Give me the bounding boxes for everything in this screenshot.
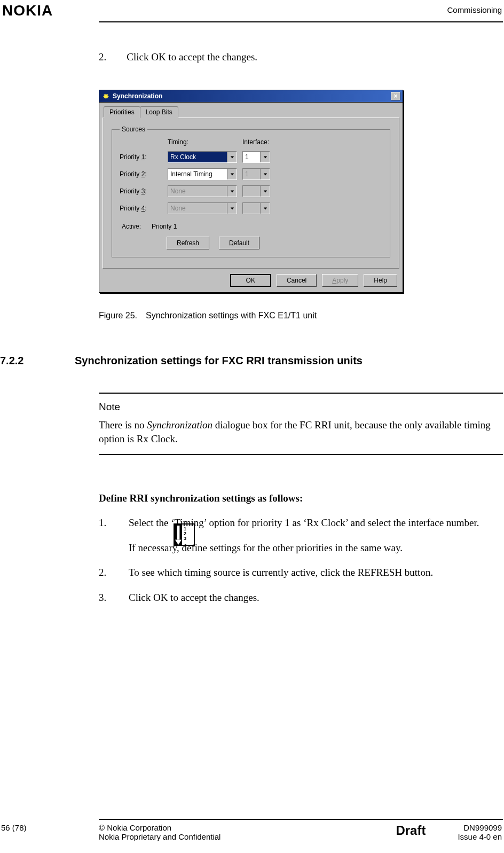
step-number: 2. (99, 51, 106, 63)
draft-watermark: Draft (380, 823, 458, 838)
priority-3-timing-combo: None (168, 185, 237, 197)
priority-2-interface-combo: 1 (242, 168, 270, 180)
task-title: Define RRI synchronization settings as f… (99, 492, 503, 504)
nokia-logo: NOKIA (2, 2, 53, 19)
chevron-down-icon (260, 152, 270, 162)
dialog-titlebar: ✸ Synchronization × (99, 90, 403, 103)
footer-rule (99, 819, 503, 820)
dialog-icon: ✸ (101, 92, 110, 100)
priority-2-timing-combo[interactable]: Internal Timing (168, 168, 237, 180)
svg-marker-9 (175, 540, 182, 545)
chevron-down-icon (260, 203, 270, 214)
chevron-down-icon (227, 203, 237, 214)
priority-4-timing-combo: None (168, 202, 237, 214)
priority-4-label: Priority 4: (120, 205, 162, 212)
priority-1-label: Priority 1: (120, 153, 162, 161)
page-number: 56 (78) (0, 823, 99, 832)
synchronization-dialog: ✸ Synchronization × Priorities Loop Bits… (99, 90, 403, 293)
chevron-down-icon (260, 186, 270, 197)
cancel-button[interactable]: Cancel (277, 274, 317, 287)
active-label: Active: (122, 223, 141, 230)
sources-group: Sources Timing: Interface: Priority 1: R… (112, 126, 390, 257)
page-section-label: Commissioning (447, 2, 502, 14)
refresh-button[interactable]: Refresh (167, 237, 209, 249)
help-button[interactable]: Help (364, 274, 397, 287)
tab-priorities[interactable]: Priorities (104, 106, 140, 118)
priority-4-interface-combo (242, 202, 270, 214)
svg-rect-8 (177, 526, 180, 539)
copyright-line: © Nokia Corporation (99, 823, 380, 832)
close-icon[interactable]: × (391, 92, 400, 100)
step-2-prior: 2. Click OK to accept the changes. (99, 51, 503, 63)
section-title: Synchronization settings for FXC RRI tra… (75, 355, 363, 367)
note-text: There is no Synchronization dialogue box… (99, 418, 503, 445)
chevron-down-icon (260, 169, 270, 179)
svg-marker-4 (230, 190, 233, 192)
sources-legend: Sources (120, 126, 147, 133)
priority-1-timing-combo[interactable]: Rx Clock (168, 151, 237, 163)
col-timing: Timing: (168, 138, 237, 146)
default-button[interactable]: Default (219, 237, 259, 249)
priority-1-interface-combo[interactable]: 1 (242, 151, 270, 163)
priority-3-interface-combo (242, 185, 270, 197)
figure-caption: Figure 25. Synchronization settings with… (99, 311, 503, 320)
task-step-1: 1. Select the ‘Timing’ option for priori… (99, 516, 503, 530)
note-heading: Note (99, 401, 503, 413)
task-step-2: 2. To see which timing source is current… (99, 566, 503, 580)
chevron-down-icon (227, 186, 237, 197)
section-number: 7.2.2 (0, 355, 75, 367)
tab-loop-bits[interactable]: Loop Bits (140, 106, 178, 118)
svg-marker-3 (263, 173, 266, 175)
ok-button[interactable]: OK (230, 274, 271, 287)
issue-line: Issue 4-0 en (458, 832, 502, 841)
svg-marker-6 (230, 207, 233, 209)
svg-marker-5 (263, 190, 266, 192)
step-text: Click OK to accept the changes. (127, 51, 257, 63)
priority-3-label: Priority 3: (120, 187, 162, 195)
svg-marker-2 (230, 173, 233, 175)
proprietary-line: Nokia Proprietary and Confidential (99, 832, 380, 841)
dialog-title: Synchronization (113, 92, 162, 100)
col-interface: Interface: (242, 138, 280, 146)
task-step-3: 3. Click OK to accept the changes. (99, 591, 503, 605)
active-value: Priority 1 (152, 223, 177, 230)
svg-marker-0 (230, 156, 233, 158)
note-block: Note There is no Synchronization dialogu… (99, 393, 503, 455)
doc-number: DN999099 (458, 823, 502, 832)
svg-marker-1 (263, 156, 266, 158)
priority-2-label: Priority 2: (120, 170, 162, 178)
apply-button: Apply (322, 274, 358, 287)
chevron-down-icon (227, 169, 237, 179)
numbered-steps-icon: 123 (174, 523, 195, 546)
chevron-down-icon (227, 152, 237, 162)
svg-marker-7 (263, 207, 266, 209)
